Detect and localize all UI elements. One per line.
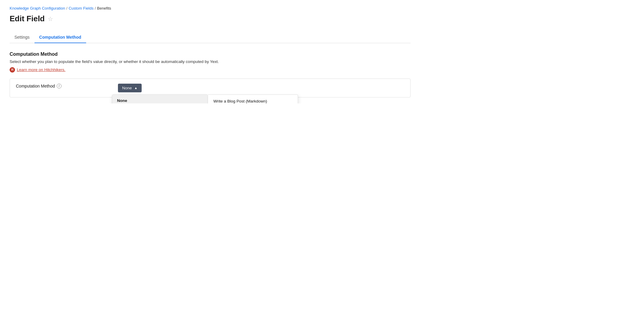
chevron-up-icon: ▲	[134, 86, 137, 90]
breadcrumb-custom-fields[interactable]: Custom Fields	[69, 6, 94, 10]
tab-settings[interactable]: Settings	[10, 32, 35, 43]
dropdown-panel: None Field value is not computed; it is …	[112, 94, 298, 103]
section-description: Select whether you plan to populate the …	[10, 59, 411, 64]
breadcrumb-knowledge-graph[interactable]: Knowledge Graph Configuration	[10, 6, 65, 10]
section-title: Computation Method	[10, 52, 411, 57]
submenu-write-blog-post[interactable]: Write a Blog Post (Markdown)	[208, 95, 298, 103]
favorite-star-icon[interactable]: ☆	[48, 15, 53, 22]
page-title: Edit Field	[10, 14, 45, 23]
learn-more-label: Learn more on Hitchhikers.	[17, 67, 65, 72]
hitchhikers-icon: H	[10, 67, 15, 73]
field-label: Computation Method i	[16, 84, 118, 88]
learn-more-link[interactable]: H Learn more on Hitchhikers.	[10, 67, 65, 73]
tab-computation-method[interactable]: Computation Method	[35, 32, 86, 43]
dropdown-submenu-panel: Write a Blog Post (Markdown) Write a Bus…	[208, 94, 298, 103]
computation-method-dropdown[interactable]: None ▲	[118, 84, 142, 92]
info-icon[interactable]: i	[57, 84, 62, 88]
dropdown-value-label: None	[122, 86, 132, 90]
tabs-bar: Settings Computation Method	[10, 32, 411, 43]
computation-method-field-row: Computation Method i None ▲ None Field v…	[10, 79, 411, 97]
option-none-title: None	[117, 98, 203, 103]
breadcrumb-benefits: Benefits	[97, 6, 111, 10]
dropdown-options-panel: None Field value is not computed; it is …	[112, 94, 208, 103]
dropdown-option-none[interactable]: None Field value is not computed; it is …	[112, 95, 208, 103]
breadcrumb: Knowledge Graph Configuration / Custom F…	[10, 6, 411, 10]
